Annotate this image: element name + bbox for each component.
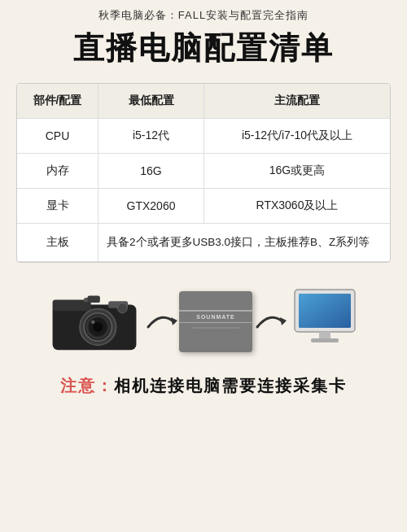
arrow-2-icon [252, 304, 288, 340]
svg-point-5 [93, 322, 103, 332]
cell-ram-main: 16G或更高 [204, 154, 390, 188]
device-brand: SOUNMATE [196, 314, 235, 320]
table-row-ram: 内存 16G 16G或更高 [17, 154, 390, 189]
col-header-part: 部件/配置 [17, 84, 98, 118]
capture-card-item: SOUNMATE [179, 291, 252, 352]
subtitle-bar: 秋季电脑必备：FALL安装与配置完全指南 [0, 0, 407, 26]
cell-gpu-main: RTX3060及以上 [204, 189, 390, 223]
col-header-main: 主流配置 [204, 84, 390, 118]
svg-rect-18 [311, 338, 339, 342]
computer-item [288, 286, 361, 359]
camera-icon [46, 286, 143, 359]
cell-cpu-min: i5-12代 [98, 119, 204, 153]
svg-marker-12 [171, 317, 177, 325]
col-header-min: 最低配置 [98, 84, 204, 118]
cell-cpu-part: CPU [17, 119, 98, 153]
svg-rect-10 [87, 295, 99, 303]
cell-ram-min: 16G [98, 154, 204, 188]
table-row-motherboard: 主板 具备2个或者更多USB3.0接口，主板推荐B、Z系列等 [17, 224, 390, 262]
camera-item [46, 286, 143, 359]
diagram-section: SOUNMATE [0, 271, 407, 367]
svg-rect-16 [299, 294, 351, 328]
svg-point-9 [117, 303, 127, 313]
svg-rect-17 [319, 332, 330, 338]
notice-prefix: 注意： [60, 377, 114, 395]
table-header-row: 部件/配置 最低配置 主流配置 [17, 84, 390, 119]
config-table: 部件/配置 最低配置 主流配置 CPU i5-12代 i5-12代/i7-10代… [16, 83, 391, 263]
table-row-gpu: 显卡 GTX2060 RTX3060及以上 [17, 189, 390, 224]
main-title: 直播电脑配置清单 [0, 26, 407, 75]
cell-ram-part: 内存 [17, 154, 98, 188]
cell-cpu-main: i5-12代/i7-10代及以上 [204, 119, 390, 153]
arrow-1-icon [143, 304, 179, 340]
page: 秋季电脑必备：FALL安装与配置完全指南 直播电脑配置清单 部件/配置 最低配置… [0, 0, 407, 532]
cell-gpu-min: GTX2060 [98, 189, 204, 223]
subtitle-text: 秋季电脑必备：FALL安装与配置完全指南 [98, 9, 309, 21]
cell-gpu-part: 显卡 [17, 189, 98, 223]
cell-mb-part: 主板 [17, 224, 98, 261]
computer-icon [288, 286, 361, 359]
table-row-cpu: CPU i5-12代 i5-12代/i7-10代及以上 [17, 119, 390, 154]
notice-text: 相机连接电脑需要连接采集卡 [114, 377, 347, 395]
cell-mb-desc: 具备2个或者更多USB3.0接口，主板推荐B、Z系列等 [98, 224, 390, 261]
svg-marker-13 [280, 317, 287, 325]
svg-point-6 [91, 321, 94, 324]
notice-bar: 注意：相机连接电脑需要连接采集卡 [0, 367, 407, 412]
capture-card-box: SOUNMATE [179, 291, 252, 352]
